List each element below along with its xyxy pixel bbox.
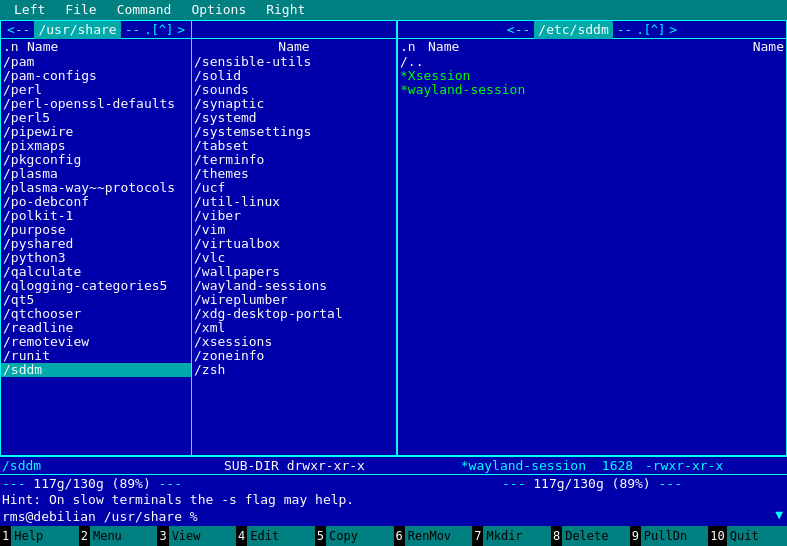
- right-panel-path[interactable]: /etc/sddm: [534, 21, 612, 39]
- fkeys-bar: 1 Help 2 Menu 3 View 4 Edit 5 Copy 6 Ren…: [0, 526, 787, 546]
- list-item[interactable]: /wallpapers: [192, 265, 396, 279]
- left-disk-info: --- 117g/130g (89%) ---: [0, 476, 192, 491]
- list-item[interactable]: /xsessions: [192, 335, 396, 349]
- right-col-headers: .n Name Name: [398, 39, 786, 55]
- fkey-3[interactable]: 3 View: [157, 526, 236, 546]
- list-item[interactable]: /systemd: [192, 111, 396, 125]
- list-item[interactable]: /remoteview: [1, 335, 191, 349]
- hint-text: Hint: On slow terminals the -s flag may …: [2, 492, 354, 507]
- cmd-input[interactable]: [198, 510, 785, 525]
- list-item[interactable]: /python3: [1, 251, 191, 265]
- menu-bar: Left File Command Options Right: [0, 0, 787, 20]
- list-item[interactable]: /qt5: [1, 293, 191, 307]
- cmd-prompt: rms@debilian /usr/share %: [2, 508, 198, 526]
- list-item[interactable]: /qalculate: [1, 265, 191, 279]
- middle-col-headers: Name: [192, 39, 396, 55]
- separator-bar: --- 117g/130g (89%) --- --- 117g/130g (8…: [0, 474, 787, 492]
- right-bracket-end: >: [669, 21, 677, 39]
- list-item[interactable]: /sensible-utils: [192, 55, 396, 69]
- list-item[interactable]: /terminfo: [192, 153, 396, 167]
- list-item[interactable]: /util-linux: [192, 195, 396, 209]
- list-item[interactable]: /pixmaps: [1, 139, 191, 153]
- menu-right[interactable]: Right: [256, 0, 315, 20]
- right-bracket-left: <--: [507, 21, 530, 39]
- panels: <-- /usr/share -- .[^] > .n Name /pam /p…: [0, 20, 787, 456]
- right-bracket-mid: --: [617, 21, 633, 39]
- cmd-bar: rms@debilian /usr/share % ▼: [0, 508, 787, 526]
- left-bracket-left: <--: [7, 21, 30, 39]
- list-item[interactable]: /xdg-desktop-portal: [192, 307, 396, 321]
- middle-title-spacer: [290, 21, 298, 39]
- list-item[interactable]: /wireplumber: [192, 293, 396, 307]
- list-item[interactable]: *wayland-session: [398, 83, 786, 97]
- list-item[interactable]: /qlogging-categories5: [1, 279, 191, 293]
- status-bar: /sddm SUB-DIR drwxr-xr-x *wayland-sessio…: [0, 456, 787, 474]
- right-col-name: Name: [428, 39, 664, 55]
- list-item[interactable]: /polkit-1: [1, 209, 191, 223]
- list-item[interactable]: /perl5: [1, 111, 191, 125]
- menu-command[interactable]: Command: [107, 0, 182, 20]
- right-status-file: *wayland-session: [461, 458, 586, 473]
- list-item[interactable]: /perl: [1, 83, 191, 97]
- fkey-8[interactable]: 8 Delete: [551, 526, 630, 546]
- list-item[interactable]: /readline: [1, 321, 191, 335]
- fkey-5[interactable]: 5 Copy: [315, 526, 394, 546]
- list-item[interactable]: /pam: [1, 55, 191, 69]
- list-item[interactable]: /systemsettings: [192, 125, 396, 139]
- list-item[interactable]: /virtualbox: [192, 237, 396, 251]
- list-item[interactable]: /..: [398, 55, 786, 69]
- fkey-6[interactable]: 6 RenMov: [394, 526, 473, 546]
- right-col-n: .n: [400, 39, 428, 55]
- left-scroll: .[^]: [144, 21, 173, 39]
- fkey-7[interactable]: 7 Mkdir: [472, 526, 551, 546]
- left-panel: <-- /usr/share -- .[^] > .n Name /pam /p…: [0, 20, 192, 456]
- menu-file[interactable]: File: [55, 0, 106, 20]
- list-item[interactable]: /zoneinfo: [192, 349, 396, 363]
- list-item[interactable]: /themes: [192, 167, 396, 181]
- list-item[interactable]: /plasma-way~~protocols: [1, 181, 191, 195]
- list-item[interactable]: /runit: [1, 349, 191, 363]
- list-item[interactable]: /viber: [192, 209, 396, 223]
- fkey-9[interactable]: 9 PullDn: [630, 526, 709, 546]
- list-item[interactable]: *Xsession: [398, 69, 786, 83]
- middle-status: SUB-DIR drwxr-xr-x: [192, 458, 397, 473]
- list-item-selected[interactable]: /sddm: [1, 363, 191, 377]
- list-item[interactable]: /zsh: [192, 363, 396, 377]
- fkey-4[interactable]: 4 Edit: [236, 526, 315, 546]
- list-item[interactable]: /pkgconfig: [1, 153, 191, 167]
- list-item[interactable]: /vim: [192, 223, 396, 237]
- list-item[interactable]: /ucf: [192, 181, 396, 195]
- menu-options[interactable]: Options: [181, 0, 256, 20]
- list-item[interactable]: /plasma: [1, 167, 191, 181]
- list-item[interactable]: /wayland-sessions: [192, 279, 396, 293]
- right-file-list: /.. *Xsession *wayland-session: [398, 55, 786, 455]
- menu-left[interactable]: Left: [4, 0, 55, 20]
- list-item[interactable]: /solid: [192, 69, 396, 83]
- middle-col-name: Name: [194, 39, 394, 55]
- fkey-10[interactable]: 10 Quit: [708, 526, 787, 546]
- left-panel-title: <-- /usr/share -- .[^] >: [1, 21, 191, 39]
- fkey-2[interactable]: 2 Menu: [79, 526, 158, 546]
- list-item[interactable]: /pipewire: [1, 125, 191, 139]
- left-bracket-right: --: [125, 21, 141, 39]
- list-item[interactable]: /xml: [192, 321, 396, 335]
- list-item[interactable]: /sounds: [192, 83, 396, 97]
- list-item[interactable]: /pyshared: [1, 237, 191, 251]
- left-col-headers: .n Name: [1, 39, 191, 55]
- right-disk-info: --- 117g/130g (89%) ---: [397, 476, 787, 491]
- list-item[interactable]: /qtchooser: [1, 307, 191, 321]
- list-item[interactable]: /vlc: [192, 251, 396, 265]
- list-item[interactable]: /perl-openssl-defaults: [1, 97, 191, 111]
- list-item[interactable]: /purpose: [1, 223, 191, 237]
- list-item[interactable]: /po-debconf: [1, 195, 191, 209]
- left-status-detail: SUB-DIR drwxr-xr-x: [224, 458, 365, 473]
- list-item[interactable]: /synaptic: [192, 97, 396, 111]
- middle-file-list: /sensible-utils /solid /sounds /synaptic…: [192, 55, 396, 455]
- list-item[interactable]: /tabset: [192, 139, 396, 153]
- right-status: *wayland-session 1628 -rwxr-xr-x: [397, 458, 787, 473]
- list-item[interactable]: /pam-configs: [1, 69, 191, 83]
- fkey-1[interactable]: 1 Help: [0, 526, 79, 546]
- left-panel-path[interactable]: /usr/share: [34, 21, 120, 39]
- right-col-name2: Name: [664, 39, 784, 55]
- right-corner-indicator: ▼: [775, 506, 783, 524]
